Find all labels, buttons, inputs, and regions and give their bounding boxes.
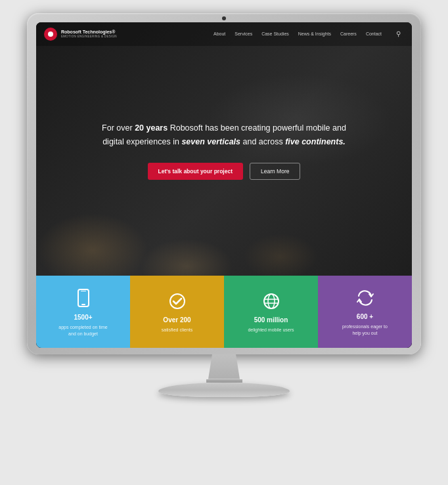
hero-text-five: five continents. xyxy=(285,137,346,146)
stat-tile-professionals: 600 + professionals eager tohelp you out xyxy=(318,276,412,348)
nav-links: About Services Case Studies News & Insig… xyxy=(213,30,404,38)
logo-icon xyxy=(44,28,57,41)
stat-number-clients: Over 200 xyxy=(163,316,190,324)
hero-section: For over 20 years Robosoft has been crea… xyxy=(36,46,412,256)
hero-text-pre20: For over xyxy=(102,123,135,133)
monitor-stand-neck xyxy=(204,354,244,379)
stat-number-users: 500 million xyxy=(254,316,288,324)
screen: Robosoft Technologies® EMOTION ENGINEERI… xyxy=(36,22,412,348)
logo-text: Robosoft Technologies® EMOTION ENGINEERI… xyxy=(61,30,117,38)
hero-text-and: and across xyxy=(240,137,285,146)
svg-point-4 xyxy=(264,294,279,308)
svg-rect-1 xyxy=(81,304,85,305)
globe-icon xyxy=(263,293,280,312)
nav-contact[interactable]: Contact xyxy=(366,32,382,36)
navbar: Robosoft Technologies® EMOTION ENGINEERI… xyxy=(36,22,412,46)
phone-icon xyxy=(76,289,91,310)
refresh-icon xyxy=(356,289,374,309)
camera-dot xyxy=(222,16,226,20)
hero-text-20years: 20 years xyxy=(135,123,168,133)
cta-primary-button[interactable]: Let's talk about your project xyxy=(148,163,243,180)
nav-services[interactable]: Services xyxy=(235,32,252,36)
check-icon xyxy=(169,293,186,312)
svg-point-5 xyxy=(268,294,275,308)
logo-name: Robosoft Technologies® xyxy=(61,30,117,35)
nav-news[interactable]: News & Insights xyxy=(298,32,331,36)
logo-area: Robosoft Technologies® EMOTION ENGINEERI… xyxy=(44,28,117,41)
stat-number-professionals: 600 + xyxy=(357,313,373,321)
svg-rect-2 xyxy=(81,291,86,291)
learn-more-button[interactable]: Learn More xyxy=(250,163,300,180)
hero-headline: For over 20 years Robosoft has been crea… xyxy=(102,121,346,148)
nav-case-studies[interactable]: Case Studies xyxy=(261,32,289,36)
monitor-stand-connector xyxy=(206,379,242,383)
stat-label-users: delighted mobile users xyxy=(248,327,294,333)
stat-tile-users: 500 million delighted mobile users xyxy=(224,276,318,348)
nav-careers[interactable]: Careers xyxy=(340,32,357,36)
stat-label-professionals: professionals eager tohelp you out xyxy=(342,324,388,335)
logo-tagline: EMOTION ENGINEERING & DESIGN xyxy=(61,35,117,38)
monitor-outer: Robosoft Technologies® EMOTION ENGINEERI… xyxy=(27,13,421,354)
stat-tile-apps: 1500+ apps completed on timeand on budge… xyxy=(36,276,130,348)
stats-row: 1500+ apps completed on timeand on budge… xyxy=(36,276,412,348)
stat-number-apps: 1500+ xyxy=(74,314,92,322)
stat-label-clients: satisfied clients xyxy=(162,327,192,333)
hero-text-seven: seven verticals xyxy=(181,137,240,146)
hero-buttons: Let's talk about your project Learn More xyxy=(148,163,301,180)
monitor-wrapper: Robosoft Technologies® EMOTION ENGINEERI… xyxy=(20,13,428,473)
search-icon[interactable]: ⚲ xyxy=(396,30,404,38)
monitor-bezel: Robosoft Technologies® EMOTION ENGINEERI… xyxy=(36,22,412,348)
stat-tile-clients: Over 200 satisfied clients xyxy=(130,276,224,348)
stat-label-apps: apps completed on timeand on budget xyxy=(58,324,107,336)
nav-about[interactable]: About xyxy=(213,32,225,36)
svg-point-3 xyxy=(170,294,185,308)
monitor-stand-base xyxy=(158,383,290,397)
